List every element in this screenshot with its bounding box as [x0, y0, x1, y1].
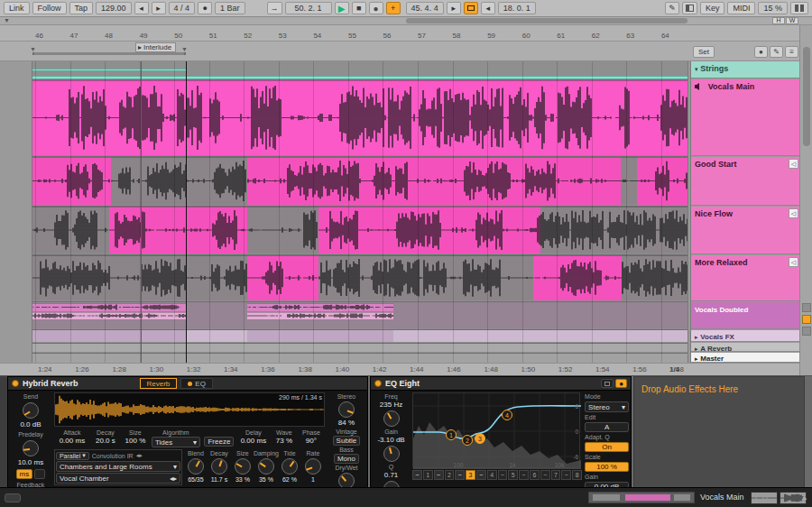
wave-param[interactable]: Wave73 % [271, 429, 298, 447]
phase-param[interactable]: Phase90° [298, 429, 325, 447]
overdub-button[interactable]: + [386, 2, 401, 14]
track-option-button[interactable] [802, 303, 811, 312]
tide-value[interactable]: 62 % [282, 475, 297, 484]
loop-start-field[interactable]: 45. 4. 4 [406, 2, 444, 14]
decay2-control[interactable]: Decay11.7 s [208, 449, 231, 485]
track-lane-good-start[interactable] [32, 156, 688, 205]
freeze-param[interactable]: Freeze [202, 429, 236, 447]
audio-clip[interactable] [247, 157, 621, 205]
device-power-button[interactable] [374, 380, 382, 387]
track-lane-vocals-doubled[interactable] [32, 301, 688, 328]
quantize-menu[interactable]: 1 Bar [215, 2, 245, 14]
delay-value[interactable]: 0.00 ms [241, 437, 266, 446]
freq-value[interactable]: 235 Hz [380, 401, 402, 410]
fold-icon[interactable]: ▸ [695, 334, 698, 340]
loop-region[interactable] [32, 52, 186, 55]
algorithm-param[interactable]: AlgorithmTides▾ [150, 429, 202, 447]
arrangement-position-field[interactable]: 50. 2. 1 [285, 2, 332, 14]
gain-value[interactable]: -3.10 dB [377, 436, 404, 445]
decay-value[interactable]: 20.0 s [96, 437, 115, 446]
wave-value[interactable]: 73 % [276, 437, 292, 446]
audio-clip[interactable] [247, 312, 393, 319]
size-param[interactable]: Size100 % [121, 429, 150, 447]
nudge-up-button[interactable]: ▸ [152, 2, 166, 14]
panel-split-button[interactable] [682, 2, 697, 14]
audio-clip[interactable] [32, 303, 186, 311]
loop-end-handle[interactable]: ▼ [181, 46, 188, 52]
damping-value[interactable]: 35 % [259, 475, 273, 484]
bass-mono-selector[interactable]: Mono [334, 454, 359, 464]
height-preset-button[interactable]: H [772, 17, 785, 24]
ms-toggle[interactable]: ms [16, 469, 33, 479]
size-value[interactable]: 100 % [125, 437, 146, 446]
scale-value[interactable]: 100 % [585, 462, 629, 472]
draw-toggle-icon[interactable]: ✎ [770, 46, 783, 58]
audio-clip[interactable] [32, 207, 109, 254]
play-button[interactable]: ▶ [335, 2, 349, 14]
time-signature-field[interactable]: 4 / 4 [169, 2, 196, 14]
set-marker-button[interactable]: Set [693, 46, 715, 58]
fold-icon[interactable]: ▸ [695, 355, 698, 362]
vertical-scroll-thumb[interactable] [803, 47, 810, 146]
ir-category-selector[interactable]: Chambers and Large Rooms▾ [56, 461, 180, 472]
arrangement-area[interactable] [32, 61, 688, 363]
audio-clip[interactable] [621, 157, 637, 205]
audio-clip[interactable] [247, 303, 393, 311]
band-number-button[interactable]: 2 [445, 470, 455, 480]
audio-clip[interactable] [32, 80, 688, 155]
track-header-strings[interactable]: ▾ Strings [691, 61, 800, 78]
band-number-button[interactable]: 8 [572, 470, 582, 480]
audio-clip[interactable] [533, 255, 622, 300]
phase-value[interactable]: 90° [306, 437, 317, 446]
vintage-selector[interactable]: Subtle [333, 436, 361, 446]
audio-clip[interactable] [318, 255, 533, 300]
audio-clip[interactable] [637, 157, 688, 205]
band-filter-type-button[interactable]: ~ [519, 470, 529, 480]
track-header-vocals-fx[interactable]: ▸ Vocals FX [691, 330, 800, 342]
eq-curve-display[interactable]: 1 2 3 4 60-6 1001k10k [412, 392, 580, 468]
size2-control[interactable]: Size33 % [231, 449, 254, 485]
strings-clip-segment[interactable] [32, 69, 187, 71]
audio-clip[interactable] [32, 312, 186, 319]
key-map-button[interactable]: Key [700, 2, 725, 14]
tab-eq[interactable]: EQ [180, 378, 213, 389]
send-knob[interactable] [23, 402, 39, 419]
band-number-button[interactable]: 4 [487, 470, 497, 480]
stereo-value[interactable]: 84 % [338, 419, 355, 428]
predelay-value[interactable]: 10.0 ms [18, 458, 43, 467]
audio-clip[interactable] [32, 255, 247, 300]
zoom-scroll-thumb[interactable] [406, 18, 687, 23]
device-eq-eight[interactable]: EQ Eight ● Freq 235 Hz Gain -3.10 dB Q 0… [370, 376, 632, 488]
draw-mode-button[interactable]: ✎ [665, 2, 679, 14]
blend-control[interactable]: Blend65/35 [184, 449, 208, 485]
stop-button[interactable]: ■ [352, 2, 366, 14]
rate-control[interactable]: Rate1 [301, 449, 325, 485]
midi-map-button[interactable]: MIDI [727, 2, 755, 14]
freq-knob[interactable] [383, 410, 400, 427]
band-number-button[interactable]: 6 [530, 470, 540, 480]
audition-button[interactable]: ◁ [789, 208, 798, 218]
gain-knob[interactable] [383, 446, 400, 462]
band-filter-type-button[interactable]: ~ [561, 470, 571, 480]
ir-prev-next-icon[interactable]: ◂▸ [136, 452, 143, 459]
edit-ab-button[interactable]: A [585, 422, 629, 432]
track-header-a-reverb[interactable]: ▸ A Reverb [691, 343, 800, 352]
size2-value[interactable]: 33 % [235, 475, 250, 484]
tap-tempo-button[interactable]: Tap [69, 2, 94, 14]
band-number-button[interactable]: 3 [466, 470, 475, 480]
band-number-button[interactable]: 7 [551, 470, 561, 480]
io-toggle-icon[interactable]: ● [754, 46, 768, 58]
cpu-meter[interactable]: 15 % [758, 2, 788, 14]
audio-clip[interactable] [622, 255, 688, 300]
attack-param[interactable]: Attack0.00 ms [54, 429, 90, 447]
clip-preview-thumbnail[interactable] [751, 492, 778, 504]
audition-button[interactable]: ◁ [789, 257, 798, 267]
device-title-bar[interactable]: Hybrid Reverb Reverb EQ [8, 377, 367, 391]
device-title-bar[interactable]: EQ Eight ● [371, 377, 631, 391]
decay-param[interactable]: Decay20.0 s [90, 429, 121, 447]
audio-clip[interactable] [247, 330, 393, 342]
loop-start-handle[interactable]: ▼ [30, 46, 36, 52]
follow-tempo-button[interactable]: Follow [32, 2, 67, 14]
audition-button[interactable]: ◁ [789, 159, 798, 169]
track-lane-more-relaxed[interactable] [32, 254, 688, 300]
